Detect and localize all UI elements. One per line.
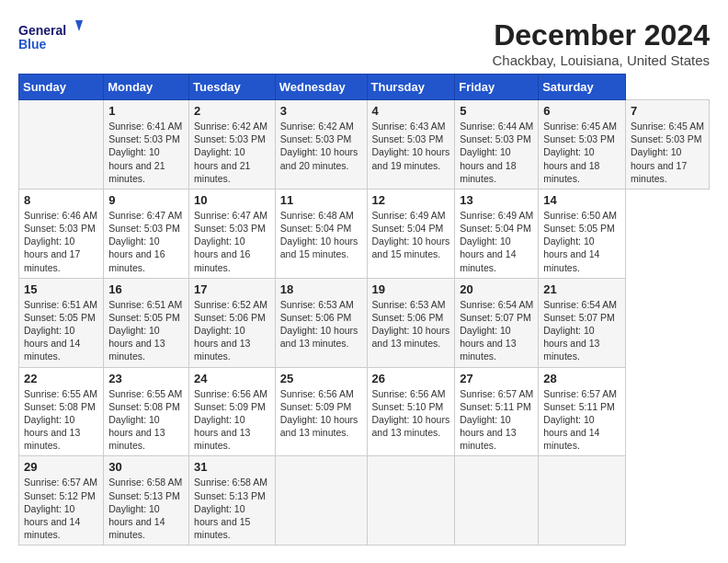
day-number: 13 [460,193,533,207]
day-cell-24: 24Sunrise: 6:56 AM Sunset: 5:09 PM Dayli… [189,367,276,456]
day-cell-13: 13Sunrise: 6:49 AM Sunset: 5:04 PM Dayli… [455,189,539,278]
svg-marker-2 [75,20,83,31]
day-number: 21 [543,282,620,296]
day-number: 6 [543,104,620,118]
day-number: 7 [631,104,704,118]
day-info: Sunrise: 6:55 AM Sunset: 5:08 PM Dayligh… [108,387,184,453]
day-number: 20 [460,282,533,296]
day-cell-1: 1Sunrise: 6:41 AM Sunset: 5:03 PM Daylig… [104,100,189,190]
day-number: 2 [194,104,270,118]
day-cell-15: 15Sunrise: 6:51 AM Sunset: 5:05 PM Dayli… [19,278,104,367]
day-cell-27: 27Sunrise: 6:57 AM Sunset: 5:11 PM Dayli… [455,367,539,456]
day-cell-31: 31Sunrise: 6:58 AM Sunset: 5:13 PM Dayli… [189,456,276,546]
day-number: 22 [24,372,98,385]
day-info: Sunrise: 6:48 AM Sunset: 5:04 PM Dayligh… [280,209,362,261]
day-number: 29 [24,460,98,474]
header-saturday: Saturday [539,75,626,100]
day-info: Sunrise: 6:42 AM Sunset: 5:03 PM Dayligh… [194,120,270,185]
day-info: Sunrise: 6:51 AM Sunset: 5:05 PM Dayligh… [24,298,98,363]
logo-svg: General Blue [18,18,83,55]
svg-text:Blue: Blue [18,37,47,52]
day-number: 5 [460,104,533,118]
day-info: Sunrise: 6:47 AM Sunset: 5:03 PM Dayligh… [108,209,184,274]
day-cell-4: 4Sunrise: 6:43 AM Sunset: 5:03 PM Daylig… [367,100,455,190]
day-number: 1 [108,104,184,118]
header-tuesday: Tuesday [189,75,276,100]
day-cell-12: 12Sunrise: 6:49 AM Sunset: 5:04 PM Dayli… [367,189,455,278]
page-header: General Blue December 2024 Chackbay, Lou… [18,18,710,68]
day-info: Sunrise: 6:41 AM Sunset: 5:03 PM Dayligh… [108,120,184,185]
calendar-week-4: 22Sunrise: 6:55 AM Sunset: 5:08 PM Dayli… [19,367,710,456]
day-number: 16 [108,282,184,296]
header-thursday: Thursday [367,75,455,100]
header-monday: Monday [104,75,189,100]
svg-text:General: General [18,23,66,38]
day-number: 10 [194,193,270,207]
day-info: Sunrise: 6:43 AM Sunset: 5:03 PM Dayligh… [372,120,450,172]
day-info: Sunrise: 6:45 AM Sunset: 5:03 PM Dayligh… [543,120,620,185]
day-number: 30 [108,460,184,474]
day-number: 11 [280,193,362,207]
header-sunday: Sunday [19,75,104,100]
day-number: 23 [108,372,184,385]
day-cell-20: 20Sunrise: 6:54 AM Sunset: 5:07 PM Dayli… [455,278,539,367]
day-number: 3 [280,104,362,118]
day-info: Sunrise: 6:57 AM Sunset: 5:11 PM Dayligh… [543,387,620,453]
empty-cell [539,456,626,546]
day-number: 14 [543,193,620,207]
calendar-table: SundayMondayTuesdayWednesdayThursdayFrid… [18,74,710,546]
day-cell-30: 30Sunrise: 6:58 AM Sunset: 5:13 PM Dayli… [104,456,189,546]
title-block: December 2024 Chackbay, Louisiana, Unite… [492,18,710,68]
day-info: Sunrise: 6:44 AM Sunset: 5:03 PM Dayligh… [460,120,533,185]
day-cell-8: 8Sunrise: 6:46 AM Sunset: 5:03 PM Daylig… [19,189,104,278]
day-cell-14: 14Sunrise: 6:50 AM Sunset: 5:05 PM Dayli… [539,189,626,278]
logo: General Blue [18,18,83,55]
day-number: 8 [24,193,98,207]
day-cell-5: 5Sunrise: 6:44 AM Sunset: 5:03 PM Daylig… [455,100,539,190]
day-info: Sunrise: 6:55 AM Sunset: 5:08 PM Dayligh… [24,387,98,453]
day-cell-29: 29Sunrise: 6:57 AM Sunset: 5:12 PM Dayli… [19,456,104,546]
day-cell-9: 9Sunrise: 6:47 AM Sunset: 5:03 PM Daylig… [104,189,189,278]
day-number: 18 [280,282,362,296]
day-cell-26: 26Sunrise: 6:56 AM Sunset: 5:10 PM Dayli… [367,367,455,456]
empty-cell [275,456,367,546]
day-number: 25 [280,372,362,385]
day-cell-25: 25Sunrise: 6:56 AM Sunset: 5:09 PM Dayli… [275,367,367,456]
empty-cell [19,100,104,190]
day-number: 28 [543,372,620,385]
header-friday: Friday [455,75,539,100]
day-number: 27 [460,372,533,385]
day-cell-21: 21Sunrise: 6:54 AM Sunset: 5:07 PM Dayli… [539,278,626,367]
day-number: 17 [194,282,270,296]
day-info: Sunrise: 6:54 AM Sunset: 5:07 PM Dayligh… [460,298,533,363]
day-info: Sunrise: 6:56 AM Sunset: 5:09 PM Dayligh… [194,387,270,453]
day-cell-28: 28Sunrise: 6:57 AM Sunset: 5:11 PM Dayli… [539,367,626,456]
day-cell-23: 23Sunrise: 6:55 AM Sunset: 5:08 PM Dayli… [104,367,189,456]
day-info: Sunrise: 6:49 AM Sunset: 5:04 PM Dayligh… [460,209,533,274]
day-cell-3: 3Sunrise: 6:42 AM Sunset: 5:03 PM Daylig… [275,100,367,190]
day-info: Sunrise: 6:58 AM Sunset: 5:13 PM Dayligh… [108,476,184,541]
day-info: Sunrise: 6:42 AM Sunset: 5:03 PM Dayligh… [280,120,362,172]
day-cell-7: 7Sunrise: 6:45 AM Sunset: 5:03 PM Daylig… [625,100,709,190]
day-info: Sunrise: 6:53 AM Sunset: 5:06 PM Dayligh… [372,298,450,350]
day-info: Sunrise: 6:50 AM Sunset: 5:05 PM Dayligh… [543,209,620,274]
day-info: Sunrise: 6:51 AM Sunset: 5:05 PM Dayligh… [108,298,184,363]
day-info: Sunrise: 6:57 AM Sunset: 5:12 PM Dayligh… [24,476,98,541]
day-number: 9 [108,193,184,207]
day-info: Sunrise: 6:57 AM Sunset: 5:11 PM Dayligh… [460,387,533,453]
day-cell-10: 10Sunrise: 6:47 AM Sunset: 5:03 PM Dayli… [189,189,276,278]
day-info: Sunrise: 6:53 AM Sunset: 5:06 PM Dayligh… [280,298,362,350]
empty-cell [455,456,539,546]
day-info: Sunrise: 6:46 AM Sunset: 5:03 PM Dayligh… [24,209,98,274]
day-cell-19: 19Sunrise: 6:53 AM Sunset: 5:06 PM Dayli… [367,278,455,367]
day-info: Sunrise: 6:58 AM Sunset: 5:13 PM Dayligh… [194,476,270,541]
calendar-week-1: 1Sunrise: 6:41 AM Sunset: 5:03 PM Daylig… [19,100,710,190]
header-wednesday: Wednesday [275,75,367,100]
day-info: Sunrise: 6:49 AM Sunset: 5:04 PM Dayligh… [372,209,450,261]
day-number: 15 [24,282,98,296]
day-info: Sunrise: 6:47 AM Sunset: 5:03 PM Dayligh… [194,209,270,274]
calendar-title: December 2024 [492,18,710,52]
day-cell-17: 17Sunrise: 6:52 AM Sunset: 5:06 PM Dayli… [189,278,276,367]
calendar-location: Chackbay, Louisiana, United States [492,52,710,68]
calendar-week-2: 8Sunrise: 6:46 AM Sunset: 5:03 PM Daylig… [19,189,710,278]
